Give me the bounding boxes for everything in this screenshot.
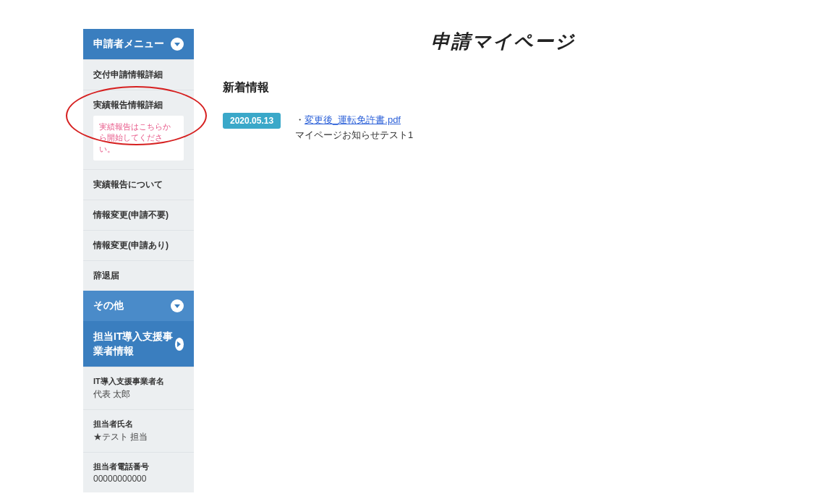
sidebar-item-label: 辞退届 [93, 270, 119, 281]
info-label: 担当者氏名 [93, 419, 184, 430]
menu-header-applicant[interactable]: 申請者メニュー [83, 29, 194, 59]
info-value: 代表 太郎 [93, 388, 184, 401]
report-notice: 実績報告はこちらから開始してください。 [93, 116, 184, 161]
sidebar: 申請者メニュー 交付申請情報詳細 実績報告情報詳細 実績報告はこちらから開始して… [83, 29, 194, 492]
sidebar-item-decline[interactable]: 辞退届 [83, 260, 194, 291]
sidebar-item-label: 実績報告情報詳細 [93, 100, 163, 110]
sidebar-item-label: 交付申請情報詳細 [93, 69, 163, 80]
info-person: 担当者氏名 ★テスト 担当 [83, 409, 194, 452]
info-phone: 担当者電話番号 00000000000 [83, 452, 194, 492]
chevron-down-icon [171, 38, 184, 51]
page-title: 申請マイページ [223, 29, 784, 54]
sidebar-item-info-change-none[interactable]: 情報変更(申請不要) [83, 200, 194, 230]
info-value: ★テスト 担当 [93, 431, 184, 443]
sidebar-item-label: 実績報告について [93, 179, 163, 189]
news-link[interactable]: 変更後_運転免許書.pdf [305, 114, 401, 125]
sidebar-item-about-report[interactable]: 実績報告について [83, 169, 194, 200]
info-label: IT導入支援事業者名 [93, 376, 184, 387]
info-label: 担当者電話番号 [93, 461, 184, 472]
menu-header-it-support[interactable]: 担当IT導入支援事業者情報 [83, 321, 194, 367]
menu-header-label: 担当IT導入支援事業者情報 [93, 330, 175, 358]
notice-text: 実績報告はこちらから開始してください。 [99, 122, 171, 153]
sidebar-item-label: 情報変更(申請不要) [93, 210, 169, 220]
sidebar-item-info-change-with[interactable]: 情報変更(申請あり) [83, 230, 194, 260]
news-date-badge: 2020.05.13 [223, 113, 281, 129]
sidebar-item-grant-detail[interactable]: 交付申請情報詳細 [83, 59, 194, 90]
news-row: 2020.05.13 ・変更後_運転免許書.pdf マイページお知らせテスト1 [223, 113, 784, 143]
sidebar-item-label: 情報変更(申請あり) [93, 240, 169, 250]
sidebar-item-report-detail[interactable]: 実績報告情報詳細 実績報告はこちらから開始してください。 [83, 90, 194, 169]
info-value: 00000000000 [93, 474, 184, 484]
news-content: ・変更後_運転免許書.pdf マイページお知らせテスト1 [295, 113, 413, 143]
menu-header-label: 申請者メニュー [93, 38, 164, 51]
menu-header-label: その他 [93, 299, 124, 312]
chevron-right-icon [175, 338, 184, 351]
section-title-news: 新着情報 [223, 80, 784, 95]
news-body: マイページお知らせテスト1 [295, 129, 413, 140]
chevron-down-icon [171, 299, 184, 312]
main-content: 申請マイページ 新着情報 2020.05.13 ・変更後_運転免許書.pdf マ… [194, 29, 813, 492]
menu-header-other[interactable]: その他 [83, 291, 194, 321]
info-company: IT導入支援事業者名 代表 太郎 [83, 367, 194, 409]
bullet: ・ [295, 114, 305, 125]
